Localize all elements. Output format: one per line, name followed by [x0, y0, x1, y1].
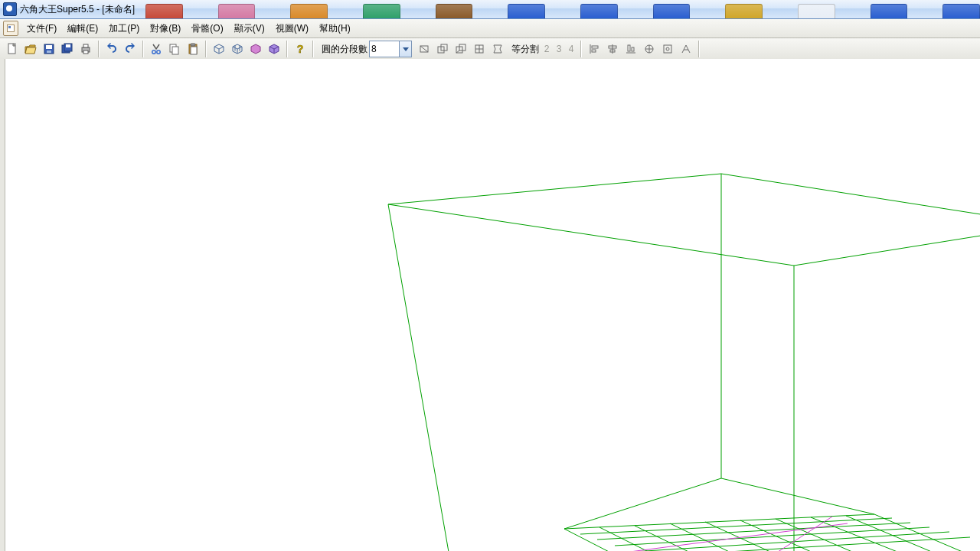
menu-6[interactable]: 視圖(W)	[270, 21, 314, 37]
svg-rect-11	[83, 44, 88, 47]
paste-button[interactable]	[184, 40, 202, 58]
primitive-3-button[interactable]	[247, 40, 265, 58]
toolbar-separator	[698, 41, 700, 57]
svg-line-66	[652, 537, 970, 551]
svg-rect-18	[191, 47, 197, 54]
save-button[interactable]	[40, 40, 58, 58]
undo-button[interactable]	[103, 40, 121, 58]
print-button[interactable]	[77, 40, 95, 58]
circle-segments-input[interactable]	[370, 42, 399, 56]
svg-point-50	[666, 47, 669, 51]
svg-line-59	[564, 478, 721, 529]
equal-split-label: 等分割	[507, 43, 541, 56]
align-1-button[interactable]	[585, 40, 603, 58]
bg-thumb-8	[725, 4, 763, 18]
copy-button[interactable]	[165, 40, 184, 58]
circle-segments-combo[interactable]	[369, 41, 412, 57]
split-4-button[interactable]: 4	[565, 44, 577, 54]
open-button[interactable]	[21, 40, 40, 58]
primitive-1-button[interactable]	[210, 40, 228, 58]
split-3-button[interactable]: 3	[553, 44, 565, 54]
shape-tool-1-button[interactable]	[415, 40, 433, 58]
split-2-button[interactable]: 2	[541, 44, 553, 54]
floor-grid	[564, 514, 973, 551]
bg-thumb-0	[145, 4, 183, 18]
toolbar-separator	[286, 41, 288, 57]
window-title: 六角大王Super5.5 - [未命名]	[20, 3, 135, 16]
svg-marker-22	[251, 44, 260, 54]
help-button[interactable]: ?	[291, 40, 309, 58]
svg-rect-44	[628, 45, 630, 51]
main-toolbar: ? 圓的分段數 等分割 2 3 4	[0, 38, 980, 60]
svg-line-27	[420, 46, 428, 52]
menu-0[interactable]: 文件(F)	[21, 21, 62, 37]
3d-viewport[interactable]	[5, 59, 980, 551]
redo-button[interactable]	[121, 40, 139, 58]
primitive-4-button[interactable]	[265, 40, 283, 58]
shape-tool-4-button[interactable]	[470, 40, 488, 58]
shape-tool-2-button[interactable]	[433, 40, 452, 58]
menu-4[interactable]: 骨骼(O)	[186, 21, 228, 37]
bg-thumb-7	[653, 4, 691, 18]
chevron-down-icon[interactable]	[399, 41, 411, 57]
shape-tool-5-button[interactable]	[488, 40, 507, 58]
svg-line-54	[388, 204, 794, 266]
align-2-button[interactable]	[603, 40, 622, 58]
svg-line-60	[721, 478, 874, 514]
viewport-splitter[interactable]	[0, 59, 5, 551]
svg-rect-16	[172, 47, 178, 54]
bg-thumb-9	[798, 4, 835, 18]
document-system-icon[interactable]	[3, 21, 18, 36]
svg-rect-6	[47, 51, 51, 53]
window-titlebar: 六角大王Super5.5 - [未命名]	[0, 0, 980, 19]
svg-line-52	[388, 174, 721, 204]
toolbar-separator	[98, 41, 100, 57]
menu-2[interactable]: 加工(P)	[103, 21, 145, 37]
wireframe-scene	[5, 59, 980, 551]
bg-thumb-10	[871, 4, 908, 18]
svg-rect-5	[46, 45, 52, 49]
svg-rect-1	[8, 26, 11, 28]
bg-thumb-5	[508, 4, 545, 18]
bg-thumb-1	[218, 4, 256, 18]
svg-point-13	[152, 51, 155, 54]
svg-rect-45	[632, 47, 634, 51]
svg-point-14	[157, 51, 160, 54]
svg-line-76	[874, 514, 973, 551]
align-6-button[interactable]	[677, 40, 695, 58]
circle-segments-label: 圓的分段數	[317, 43, 369, 56]
app-icon	[3, 2, 17, 16]
svg-rect-19	[191, 44, 195, 46]
align-3-button[interactable]	[622, 40, 640, 58]
svg-text:?: ?	[297, 43, 304, 55]
cut-button[interactable]	[147, 40, 165, 58]
background-thumbnails	[145, 0, 980, 18]
bg-thumb-4	[436, 4, 473, 18]
svg-rect-12	[83, 51, 88, 54]
menu-5[interactable]: 顯示(V)	[229, 21, 270, 37]
align-4-button[interactable]	[640, 40, 658, 58]
menu-3[interactable]: 對像(B)	[145, 21, 186, 37]
svg-line-53	[721, 174, 980, 215]
align-5-button[interactable]	[658, 40, 677, 58]
menu-bar: 文件(F)編輯(E)加工(P)對像(B)骨骼(O)顯示(V)視圖(W)幫助(H)	[0, 19, 980, 38]
svg-marker-36	[494, 45, 501, 53]
svg-rect-38	[592, 46, 598, 48]
menu-1[interactable]: 編輯(E)	[62, 21, 103, 37]
menu-7[interactable]: 幫助(H)	[314, 21, 356, 37]
svg-marker-25	[403, 47, 409, 51]
primitive-2-button[interactable]	[228, 40, 247, 58]
bg-thumb-3	[363, 4, 400, 18]
save-all-button[interactable]	[58, 40, 77, 58]
svg-rect-39	[592, 50, 596, 52]
svg-line-55	[794, 235, 980, 266]
new-file-button[interactable]	[3, 40, 21, 58]
svg-line-56	[388, 204, 449, 551]
toolbar-separator	[205, 41, 207, 57]
svg-rect-49	[664, 45, 671, 53]
toolbar-separator	[580, 41, 582, 57]
shape-tool-3-button[interactable]	[452, 40, 470, 58]
bg-thumb-6	[580, 4, 618, 18]
toolbar-separator	[312, 41, 314, 57]
svg-rect-9	[66, 44, 70, 47]
